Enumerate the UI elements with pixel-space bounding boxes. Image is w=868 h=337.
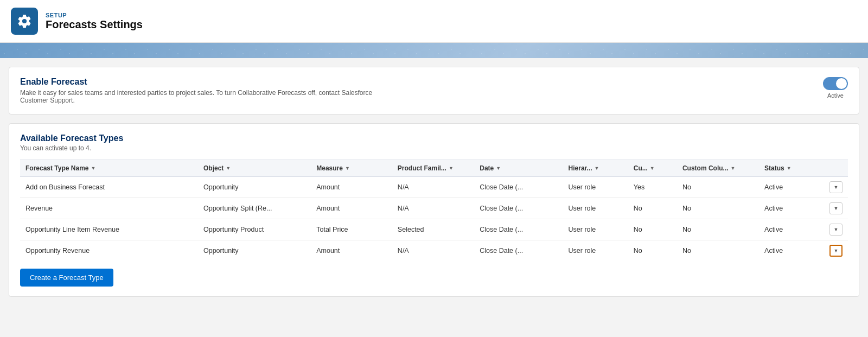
toggle-container[interactable]: ✓ Active <box>823 77 848 99</box>
cell-row3-col3: N/A <box>392 240 474 262</box>
col-header-status[interactable]: Status ▼ <box>759 160 824 177</box>
cell-row2-col1: Opportunity Product <box>198 219 311 240</box>
col-header-name[interactable]: Forecast Type Name ▼ <box>20 160 198 177</box>
enable-forecast-title: Enable Forecast <box>20 77 400 87</box>
cell-row1-col0: Revenue <box>20 198 198 219</box>
sort-icon-date: ▼ <box>496 166 501 171</box>
page-header: SETUP Forecasts Settings <box>0 0 868 43</box>
cell-row0-col8: Active <box>759 177 824 198</box>
decorative-banner <box>0 43 868 58</box>
create-forecast-type-button[interactable]: Create a Forecast Type <box>20 269 113 287</box>
col-header-measure[interactable]: Measure ▼ <box>311 160 392 177</box>
enable-forecast-text: Enable Forecast Make it easy for sales t… <box>20 77 400 104</box>
cell-row1-col4: Close Date (... <box>474 198 563 219</box>
cell-row2-col5: User role <box>563 219 628 240</box>
table-header-row: Forecast Type Name ▼ Object ▼ Measure <box>20 160 848 177</box>
cell-row1-col7: No <box>677 198 759 219</box>
sort-icon-name: ▼ <box>91 166 96 171</box>
cell-row2-col7: No <box>677 219 759 240</box>
chevron-down-icon: ▼ <box>833 227 838 232</box>
cell-row3-col5: User role <box>563 240 628 262</box>
chevron-down-icon: ▼ <box>833 248 838 253</box>
action-cell-row3: ▼ <box>824 240 848 262</box>
cell-row3-col8: Active <box>759 240 824 262</box>
cell-row0-col4: Close Date (... <box>474 177 563 198</box>
action-cell-row2: ▼ <box>824 219 848 240</box>
col-header-action <box>824 160 848 177</box>
setup-icon <box>11 8 38 35</box>
forecast-types-card: Available Forecast Types You can activat… <box>9 123 859 297</box>
cell-row2-col6: No <box>628 219 677 240</box>
col-header-product-family[interactable]: Product Famil... ▼ <box>392 160 474 177</box>
sort-icon-object: ▼ <box>226 166 231 171</box>
sort-icon-custom: ▼ <box>731 166 736 171</box>
sort-icon-status: ▼ <box>787 166 792 171</box>
setup-label: SETUP <box>46 12 143 18</box>
col-header-date[interactable]: Date ▼ <box>474 160 563 177</box>
cell-row0-col7: No <box>677 177 759 198</box>
chevron-down-icon: ▼ <box>833 185 838 190</box>
table-row: RevenueOpportunity Split (Re...AmountN/A… <box>20 198 848 219</box>
cell-row0-col1: Opportunity <box>198 177 311 198</box>
table-row: Opportunity Line Item RevenueOpportunity… <box>20 219 848 240</box>
cell-row3-col6: No <box>628 240 677 262</box>
page-title: Forecasts Settings <box>46 18 143 31</box>
action-button-row0[interactable]: ▼ <box>829 181 843 193</box>
cell-row2-col2: Total Price <box>311 219 392 240</box>
enable-forecast-card: Enable Forecast Make it easy for sales t… <box>9 67 859 115</box>
cell-row0-col0: Add on Business Forecast <box>20 177 198 198</box>
cell-row2-col4: Close Date (... <box>474 219 563 240</box>
col-header-custom-column[interactable]: Custom Colu... ▼ <box>677 160 759 177</box>
cell-row1-col1: Opportunity Split (Re... <box>198 198 311 219</box>
cell-row1-col5: User role <box>563 198 628 219</box>
cell-row2-col8: Active <box>759 219 824 240</box>
cell-row1-col6: No <box>628 198 677 219</box>
sort-icon-product: ▼ <box>449 166 454 171</box>
toggle-label: Active <box>827 92 844 99</box>
cell-row2-col0: Opportunity Line Item Revenue <box>20 219 198 240</box>
action-button-row2[interactable]: ▼ <box>829 224 843 236</box>
enable-forecast-description: Make it easy for sales teams and interes… <box>20 89 400 104</box>
col-header-object[interactable]: Object ▼ <box>198 160 311 177</box>
cell-row1-col8: Active <box>759 198 824 219</box>
forecast-types-table: Forecast Type Name ▼ Object ▼ Measure <box>20 160 848 261</box>
main-content: Enable Forecast Make it easy for sales t… <box>0 58 868 306</box>
cell-row3-col1: Opportunity <box>198 240 311 262</box>
action-button-row3[interactable]: ▼ <box>829 245 843 257</box>
cell-row3-col0: Opportunity Revenue <box>20 240 198 262</box>
col-header-cu[interactable]: Cu... ▼ <box>628 160 677 177</box>
cell-row3-col2: Amount <box>311 240 392 262</box>
cell-row3-col4: Close Date (... <box>474 240 563 262</box>
enable-forecast-toggle[interactable]: ✓ <box>823 77 848 90</box>
table-row: Add on Business ForecastOpportunityAmoun… <box>20 177 848 198</box>
forecast-types-subtitle: You can activate up to 4. <box>20 144 848 152</box>
cell-row1-col3: N/A <box>392 198 474 219</box>
table-row: Opportunity RevenueOpportunityAmountN/AC… <box>20 240 848 262</box>
forecast-types-title: Available Forecast Types <box>20 133 848 143</box>
sort-icon-measure: ▼ <box>345 166 350 171</box>
sort-icon-cu: ▼ <box>650 166 655 171</box>
cell-row1-col2: Amount <box>311 198 392 219</box>
action-cell-row1: ▼ <box>824 198 848 219</box>
toggle-check-icon: ✓ <box>840 81 845 87</box>
cell-row0-col5: User role <box>563 177 628 198</box>
chevron-down-icon: ▼ <box>833 206 838 211</box>
cell-row2-col3: Selected <box>392 219 474 240</box>
header-text-block: SETUP Forecasts Settings <box>46 12 143 31</box>
action-cell-row0: ▼ <box>824 177 848 198</box>
cell-row0-col6: Yes <box>628 177 677 198</box>
col-header-hierarchy[interactable]: Hierar... ▼ <box>563 160 628 177</box>
cell-row0-col3: N/A <box>392 177 474 198</box>
sort-icon-hier: ▼ <box>595 166 599 171</box>
cell-row3-col7: No <box>677 240 759 262</box>
action-button-row1[interactable]: ▼ <box>829 202 843 214</box>
cell-row0-col2: Amount <box>311 177 392 198</box>
